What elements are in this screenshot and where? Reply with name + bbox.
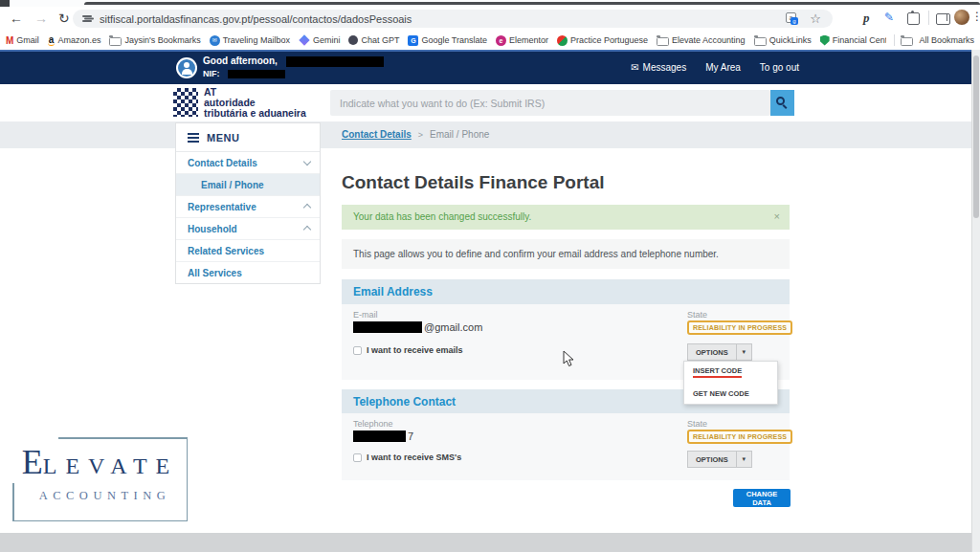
- chevron-down-icon: [303, 158, 311, 166]
- bookmark-elementor[interactable]: Elementor: [496, 35, 548, 46]
- profile-avatar[interactable]: [954, 10, 969, 25]
- reload-icon[interactable]: ↻: [58, 11, 70, 25]
- side-panel-icon[interactable]: [936, 13, 950, 25]
- phone-options-button[interactable]: OPTIONS: [687, 451, 737, 468]
- all-bookmarks[interactable]: All Bookmarks: [886, 31, 974, 50]
- menu-toggle[interactable]: MENU: [176, 123, 320, 152]
- elementor-icon: [496, 35, 506, 46]
- search-input[interactable]: [330, 90, 770, 116]
- nav-logout[interactable]: To go out: [760, 62, 799, 73]
- greeting-text: Good afternoon,: [203, 55, 278, 66]
- forward-icon[interactable]: →: [34, 11, 48, 25]
- portal-nav: ✉Messages My Area To go out: [631, 62, 799, 73]
- site-settings-icon[interactable]: [82, 15, 92, 22]
- phone-state-badge: RELIABILITY IN PROGRESS: [687, 430, 792, 444]
- breadcrumb: Contact Details > Email / Phone: [342, 129, 489, 140]
- back-icon[interactable]: ←: [10, 11, 23, 25]
- intro-text: This page allows you to define and confi…: [353, 249, 719, 259]
- redacted-nif: [228, 70, 285, 78]
- phone-state-label: State: [687, 419, 707, 429]
- extensions-puzzle-icon[interactable]: [907, 12, 920, 25]
- user-avatar-icon[interactable]: [176, 57, 197, 78]
- receive-emails-checkbox[interactable]: [353, 346, 362, 355]
- bookmark-folder-jaysins[interactable]: Jaysin's Bookmarks: [109, 35, 200, 46]
- tab-strip: [0, 0, 980, 7]
- chatgpt-icon: [348, 35, 358, 45]
- shield-icon: [820, 35, 830, 46]
- bookmark-traveling-mailbox[interactable]: Traveling Mailbox: [210, 35, 290, 46]
- breadcrumb-current: Email / Phone: [430, 129, 489, 140]
- email-state-badge: RELIABILITY IN PROGRESS: [687, 320, 792, 335]
- receive-sms-row: I want to receive SMS's: [353, 453, 461, 462]
- bookmark-gemini[interactable]: Gemini: [299, 35, 341, 45]
- translate-icon[interactable]: ag: [786, 12, 798, 25]
- folder-icon: [754, 37, 767, 46]
- menu-item-insert-code[interactable]: INSERT CODE: [684, 362, 777, 383]
- phone-value: 7: [353, 431, 413, 442]
- redacted-phone: [353, 431, 406, 442]
- site-header: AT autoridade tributária e aduaneira: [0, 84, 971, 121]
- change-data-button[interactable]: CHANGE DATA: [733, 489, 791, 507]
- redacted-email: [353, 321, 422, 333]
- scrollbar[interactable]: [971, 50, 980, 552]
- at-logo-icon[interactable]: [173, 88, 198, 117]
- page-title: Contact Details Finance Portal: [342, 172, 605, 193]
- bookmark-google-translate[interactable]: Google Translate: [408, 35, 487, 46]
- tab-edge: [0, 0, 10, 7]
- receive-sms-checkbox[interactable]: [353, 453, 362, 462]
- window-top-edge: [84, 2, 980, 5]
- breadcrumb-separator: >: [418, 130, 423, 140]
- browser-toolbar: ← → ↻ sitfiscal.portaldasfinancas.gov.pt…: [0, 7, 980, 31]
- at-logo-text[interactable]: AT autoridade tributária e aduaneira: [204, 87, 306, 119]
- portal-header: Good afternoon, NIF: ✉Messages My Area T…: [0, 50, 971, 84]
- bookmark-star-icon[interactable]: ☆: [810, 11, 821, 26]
- watermark-subtitle: ACCOUNTING: [22, 489, 188, 503]
- bookmarks-divider: [894, 34, 895, 46]
- close-icon[interactable]: ×: [774, 210, 780, 222]
- nav-my-area[interactable]: My Area: [705, 62, 741, 73]
- email-options-button[interactable]: OPTIONS: [687, 343, 737, 361]
- intro-box: This page allows you to define and confi…: [342, 239, 790, 269]
- url-text[interactable]: sitfiscal.portaldasfinancas.gov.pt/pesso…: [100, 13, 412, 25]
- breadcrumb-link[interactable]: Contact Details: [342, 129, 412, 140]
- nif-label: NIF:: [203, 69, 220, 78]
- google-translate-icon: [408, 35, 418, 46]
- email-options-caret[interactable]: [737, 343, 752, 361]
- toolbar-divider: [928, 11, 929, 25]
- amazon-icon: [48, 35, 56, 46]
- sidebar-item-representative[interactable]: Representative: [176, 196, 320, 218]
- browser-window: ← → ↻ sitfiscal.portaldasfinancas.gov.pt…: [0, 0, 980, 552]
- menu-item-get-new-code[interactable]: GET NEW CODE: [684, 383, 777, 404]
- bookmark-folder-quicklinks[interactable]: QuickLinks: [754, 35, 812, 46]
- receive-emails-row: I want to receive emails: [353, 345, 463, 355]
- bookmark-amazon[interactable]: Amazon.es: [48, 35, 101, 46]
- watermark-initial: E: [22, 443, 43, 481]
- bookmark-practice-portuguese[interactable]: Practice Portuguese: [557, 35, 648, 46]
- bookmark-financial-cents[interactable]: Financial Cents: [820, 35, 892, 46]
- phone-options-caret[interactable]: [737, 451, 752, 468]
- sidebar-item-all-services[interactable]: All Services: [176, 262, 320, 283]
- search-button[interactable]: [770, 90, 794, 116]
- elevate-accounting-watermark: ELEVATE ACCOUNTING: [12, 437, 188, 521]
- scrollbar-thumb[interactable]: [973, 55, 979, 218]
- sidebar-item-related-services[interactable]: Related Services: [176, 240, 320, 262]
- sidebar-item-email-phone[interactable]: Email / Phone: [176, 174, 320, 196]
- extension-icon[interactable]: p: [863, 11, 870, 26]
- sidebar-item-household[interactable]: Household: [176, 218, 320, 240]
- bookmark-chatgpt[interactable]: Chat GPT: [348, 35, 399, 45]
- menu-dots-icon[interactable]: ⋮: [971, 10, 980, 23]
- phone-section-body: Telephone 7 I want to receive SMS's Stat…: [342, 413, 790, 480]
- bookmarks-bar: Gmail Amazon.es Jaysin's Bookmarks Trave…: [0, 31, 980, 50]
- sidebar-item-contact-details[interactable]: Contact Details: [176, 152, 320, 174]
- chevron-up-icon: [303, 226, 311, 233]
- bookmark-gmail[interactable]: Gmail: [6, 35, 39, 46]
- redacted-user-name: [286, 56, 384, 67]
- pen-extension-icon[interactable]: ✎: [884, 11, 894, 24]
- translate-icon-letter2: g: [791, 17, 798, 25]
- address-bar[interactable]: sitfiscal.portaldasfinancas.gov.pt/pesso…: [73, 10, 833, 28]
- bookmark-folder-elevate[interactable]: Elevate Accounting: [657, 35, 746, 46]
- gemini-icon: [299, 34, 309, 45]
- success-message: Your data has been changed successfully.: [353, 211, 531, 222]
- watermark-rest: LEVATE: [43, 453, 179, 478]
- nav-messages[interactable]: ✉Messages: [631, 62, 686, 73]
